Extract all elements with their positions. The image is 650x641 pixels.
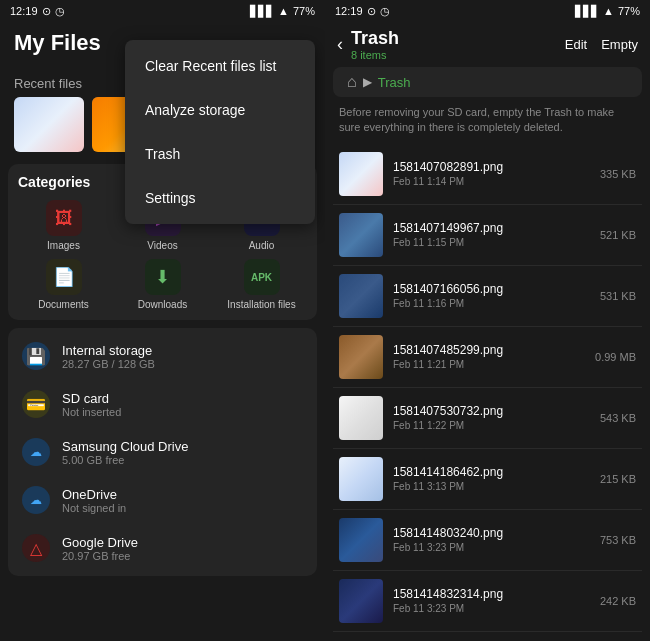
videos-label: Videos	[147, 240, 177, 251]
left-notif-icon: ⊙	[42, 5, 51, 18]
documents-icon: 📄	[46, 259, 82, 295]
internal-info: Internal storage 28.27 GB / 128 GB	[62, 343, 303, 370]
file-info: 1581407166056.png Feb 11 1:16 PM	[393, 282, 590, 309]
storage-list: 💾 Internal storage 28.27 GB / 128 GB 💳 S…	[8, 328, 317, 576]
file-item[interactable]: 1581407530732.png Feb 11 1:22 PM 543 KB	[333, 388, 642, 449]
documents-label: Documents	[38, 299, 89, 310]
empty-button[interactable]: Empty	[601, 37, 638, 52]
samsung-sub: 5.00 GB free	[62, 454, 303, 466]
trash-warning: Before removing your SD card, empty the …	[325, 97, 650, 144]
storage-onedrive[interactable]: ☁ OneDrive Not signed in	[8, 476, 317, 524]
right-panel: 12:19 ⊙ ◷ ▋▋▋ ▲ 77% ‹ Trash 8 items Edit…	[325, 0, 650, 641]
file-thumb	[339, 213, 383, 257]
storage-internal[interactable]: 💾 Internal storage 28.27 GB / 128 GB	[8, 332, 317, 380]
file-date: Feb 11 1:21 PM	[393, 359, 585, 370]
file-info: 1581414832314.png Feb 11 3:23 PM	[393, 587, 590, 614]
file-date: Feb 11 3:13 PM	[393, 481, 590, 492]
dropdown-trash[interactable]: Trash	[125, 132, 315, 176]
file-date: Feb 11 1:15 PM	[393, 237, 590, 248]
file-name: 1581414832314.png	[393, 587, 590, 601]
audio-label: Audio	[249, 240, 275, 251]
sd-sub: Not inserted	[62, 406, 303, 418]
file-size: 543 KB	[600, 412, 636, 424]
trash-subtitle: 8 items	[351, 49, 399, 61]
dropdown-clear[interactable]: Clear Recent files list	[125, 44, 315, 88]
file-item[interactable]: 1581414803240.png Feb 11 3:23 PM 753 KB	[333, 510, 642, 571]
file-name: 1581414186462.png	[393, 465, 590, 479]
file-info: 1581414803240.png Feb 11 3:23 PM	[393, 526, 590, 553]
file-item[interactable]: 1581414832314.png Feb 11 3:23 PM 242 KB	[333, 571, 642, 632]
file-info: 1581407530732.png Feb 11 1:22 PM	[393, 404, 590, 431]
file-thumb	[339, 579, 383, 623]
gdrive-name: Google Drive	[62, 535, 303, 550]
dropdown-analyze[interactable]: Analyze storage	[125, 88, 315, 132]
file-date: Feb 11 3:23 PM	[393, 542, 590, 553]
back-button[interactable]: ‹	[337, 34, 343, 55]
file-size: 215 KB	[600, 473, 636, 485]
storage-samsung[interactable]: ☁ Samsung Cloud Drive 5.00 GB free	[8, 428, 317, 476]
file-item[interactable]: 1581407149967.png Feb 11 1:15 PM 521 KB	[333, 205, 642, 266]
file-size: 531 KB	[600, 290, 636, 302]
images-icon: 🖼	[46, 200, 82, 236]
file-list: 1581407082891.png Feb 11 1:14 PM 335 KB …	[325, 144, 650, 641]
storage-gdrive[interactable]: △ Google Drive 20.97 GB free	[8, 524, 317, 572]
file-item[interactable]: 1581407485299.png Feb 11 1:21 PM 0.99 MB	[333, 327, 642, 388]
right-battery: 77%	[618, 5, 640, 17]
file-thumb	[339, 152, 383, 196]
breadcrumb-arrow: ▶	[363, 75, 372, 89]
left-status-bar: 12:19 ⊙ ◷ ▋▋▋ ▲ 77%	[0, 0, 325, 22]
file-size: 521 KB	[600, 229, 636, 241]
onedrive-icon: ☁	[22, 486, 50, 514]
file-name: 1581407166056.png	[393, 282, 590, 296]
install-icon: APK	[244, 259, 280, 295]
header-left: ‹ Trash 8 items	[337, 28, 399, 61]
images-label: Images	[47, 240, 80, 251]
gdrive-info: Google Drive 20.97 GB free	[62, 535, 303, 562]
right-signal-icon: ▋▋▋	[575, 5, 599, 18]
left-panel: 12:19 ⊙ ◷ ▋▋▋ ▲ 77% My Files Recent file…	[0, 0, 325, 641]
recent-file-1[interactable]: Hootsui..pp.jpg	[14, 97, 84, 152]
trash-title-block: Trash 8 items	[351, 28, 399, 61]
gdrive-icon: △	[22, 534, 50, 562]
storage-sd[interactable]: 💳 SD card Not inserted	[8, 380, 317, 428]
samsung-info: Samsung Cloud Drive 5.00 GB free	[62, 439, 303, 466]
internal-name: Internal storage	[62, 343, 303, 358]
category-downloads[interactable]: ⬇ Downloads	[117, 259, 208, 310]
dropdown-settings[interactable]: Settings	[125, 176, 315, 220]
onedrive-info: OneDrive Not signed in	[62, 487, 303, 514]
sd-name: SD card	[62, 391, 303, 406]
edit-button[interactable]: Edit	[565, 37, 587, 52]
onedrive-name: OneDrive	[62, 487, 303, 502]
downloads-label: Downloads	[138, 299, 187, 310]
left-signal-icon: ▋▋▋	[250, 5, 274, 18]
left-time: 12:19	[10, 5, 38, 17]
sd-info: SD card Not inserted	[62, 391, 303, 418]
file-item[interactable]: 1581414186462.png Feb 11 3:13 PM 215 KB	[333, 449, 642, 510]
file-item[interactable]: 1581407082891.png Feb 11 1:14 PM 335 KB	[333, 144, 642, 205]
internal-icon: 💾	[22, 342, 50, 370]
right-wifi-icon: ▲	[603, 5, 614, 17]
file-name: 1581414803240.png	[393, 526, 590, 540]
sd-icon: 💳	[22, 390, 50, 418]
file-info: 1581407149967.png Feb 11 1:15 PM	[393, 221, 590, 248]
file-info: 1581407485299.png Feb 11 1:21 PM	[393, 343, 585, 370]
right-notif-icon: ⊙	[367, 5, 376, 18]
category-documents[interactable]: 📄 Documents	[18, 259, 109, 310]
file-name: 1581407530732.png	[393, 404, 590, 418]
header-actions: Edit Empty	[565, 37, 638, 52]
onedrive-sub: Not signed in	[62, 502, 303, 514]
file-size: 335 KB	[600, 168, 636, 180]
file-name: 1581407485299.png	[393, 343, 585, 357]
file-name: 1581407082891.png	[393, 160, 590, 174]
file-date: Feb 11 1:14 PM	[393, 176, 590, 187]
file-date: Feb 11 3:23 PM	[393, 603, 590, 614]
file-info: 1581407082891.png Feb 11 1:14 PM	[393, 160, 590, 187]
right-time: 12:19	[335, 5, 363, 17]
category-install[interactable]: APK Installation files	[216, 259, 307, 310]
category-images[interactable]: 🖼 Images	[18, 200, 109, 251]
breadcrumb-label: Trash	[378, 75, 411, 90]
file-item[interactable]: 1581407166056.png Feb 11 1:16 PM 531 KB	[333, 266, 642, 327]
file-size: 0.99 MB	[595, 351, 636, 363]
install-label: Installation files	[227, 299, 295, 310]
left-alarm-icon: ◷	[55, 5, 65, 18]
